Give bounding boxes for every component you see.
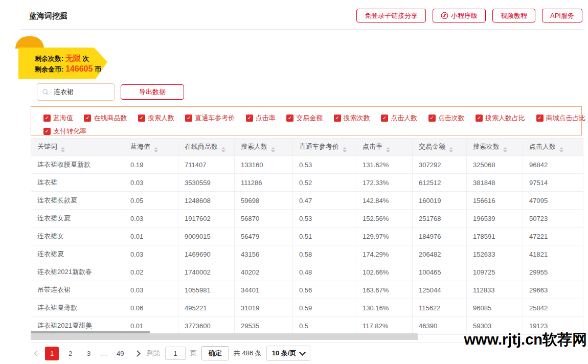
col-header-clickers[interactable]: 点击人数: [523, 139, 577, 156]
filter-item[interactable]: 点击次数: [428, 113, 465, 123]
checkbox-checked-icon[interactable]: [84, 115, 91, 122]
export-data-button[interactable]: 导出数据: [121, 84, 184, 100]
cell: 325068: [467, 156, 523, 174]
checkbox-checked-icon[interactable]: [286, 115, 293, 122]
filter-item[interactable]: 商城点击占比: [536, 113, 586, 123]
table-row: 连衣裙女 0.01 9009015 56479 0.51 129.97% 184…: [31, 228, 583, 245]
checkbox-checked-icon[interactable]: [476, 115, 483, 122]
cell: 47221: [523, 228, 577, 245]
page-size-select[interactable]: 10 条/页: [266, 346, 311, 361]
cell: 0.56: [293, 281, 356, 299]
keyword-search-box[interactable]: [37, 83, 115, 101]
cell: 0.53: [293, 210, 356, 228]
sort-icon[interactable]: [61, 147, 65, 152]
col-header-stub: [577, 139, 583, 156]
metric-filter-panel: 蓝海值 在线商品数 搜索人数 直通车参考价 点击率 交易金额 搜索次数 点击人数…: [31, 106, 582, 135]
col-header-online-products[interactable]: 在线商品数: [178, 139, 235, 156]
filter-item[interactable]: 搜索人数占比: [476, 113, 525, 123]
cell: 152633: [467, 245, 523, 263]
keyword-cell: 连衣裙女夏: [31, 210, 124, 228]
cell: 112833: [467, 281, 523, 299]
filter-item[interactable]: 搜索次数: [334, 113, 370, 123]
filter-item[interactable]: 蓝海值: [43, 113, 73, 123]
page-button-2[interactable]: 2: [63, 347, 77, 360]
cell: 115622: [413, 299, 467, 317]
filter-row-2: 支付转化率: [43, 126, 577, 136]
col-header-click-rate[interactable]: 点击率: [356, 139, 413, 156]
sort-icon[interactable]: [221, 147, 225, 152]
sort-icon[interactable]: [271, 147, 275, 152]
sort-icon[interactable]: [449, 147, 453, 152]
col-header-search-count[interactable]: 搜索次数: [467, 139, 523, 156]
cell: 96842: [523, 156, 577, 174]
col-header-searchers[interactable]: 搜索人数: [235, 139, 293, 156]
horizontal-scrollbar-track[interactable]: [31, 333, 418, 340]
checkbox-checked-icon[interactable]: [185, 115, 192, 122]
page-title: 蓝海词挖掘: [29, 11, 67, 21]
goto-page-input[interactable]: [165, 347, 186, 360]
cell: 117.82%: [356, 317, 413, 335]
col-header-transaction-amount[interactable]: 交易金额: [413, 139, 467, 156]
table-row: 吊带连衣裙 0.03 1055981 34401 0.56 163.67% 12…: [31, 281, 583, 299]
cell: 0.05: [124, 192, 178, 210]
cell: 29663: [523, 281, 577, 299]
cell: 0.19: [124, 156, 178, 174]
cell: 0.03: [124, 210, 178, 228]
cell: 130.16%: [356, 299, 413, 317]
col-header-ztc-price[interactable]: 直通车参考价: [293, 139, 356, 156]
cell: 160019: [413, 192, 467, 210]
stub-cell: [577, 281, 583, 299]
cell: 612512: [413, 174, 467, 192]
checkbox-checked-icon[interactable]: [536, 115, 544, 122]
sort-icon[interactable]: [154, 147, 158, 152]
table-body: 连衣裙收腰夏新款 0.19 711407 133160 0.53 131.62%…: [31, 156, 583, 335]
filter-item[interactable]: 支付转化率: [43, 127, 86, 136]
cell: 196539: [467, 210, 523, 228]
filter-item[interactable]: 点击率: [246, 113, 276, 123]
filter-item[interactable]: 搜索人数: [138, 113, 174, 123]
confirm-button[interactable]: 确定: [201, 346, 229, 360]
prev-page-button[interactable]: [34, 351, 40, 356]
sort-icon[interactable]: [386, 147, 390, 152]
cell: 3773600: [178, 317, 235, 335]
cell: 178591: [467, 228, 523, 245]
cell: 111286: [235, 174, 293, 192]
filter-item[interactable]: 点击人数: [381, 113, 417, 123]
page-ellipsis: ...: [100, 350, 109, 357]
col-header-blue-ocean-value[interactable]: 蓝海值: [124, 139, 178, 156]
sort-icon[interactable]: [503, 147, 507, 152]
page-button-1[interactable]: 1: [45, 347, 59, 360]
checkbox-checked-icon[interactable]: [43, 128, 51, 135]
sort-icon[interactable]: [559, 147, 563, 152]
remaining-times-value: 无限: [65, 54, 81, 62]
checkbox-checked-icon[interactable]: [43, 115, 51, 122]
keyword-search-input[interactable]: [53, 88, 111, 97]
goto-label: 到第: [147, 349, 161, 358]
cell: 0.02: [124, 263, 178, 281]
filter-item[interactable]: 在线商品数: [84, 113, 127, 123]
page-button-49[interactable]: 49: [114, 347, 127, 360]
video-tutorial-button[interactable]: 视频教程: [492, 9, 535, 22]
table-row: 连衣裙2021新款春 0.02 1740002 40202 0.48 102.6…: [31, 263, 583, 281]
cell: 172.33%: [356, 174, 413, 192]
checkbox-checked-icon[interactable]: [138, 115, 145, 122]
miniprogram-button[interactable]: 小程序版: [433, 9, 486, 22]
page-button-3[interactable]: 3: [82, 347, 96, 360]
filter-item[interactable]: 交易金额: [286, 113, 323, 123]
cell: 1740002: [178, 263, 235, 281]
cell: 46390: [413, 317, 467, 335]
share-link-button[interactable]: 免登录子链接分享: [356, 9, 426, 22]
stub-cell: [577, 228, 583, 245]
api-service-button[interactable]: API服务: [542, 9, 582, 22]
next-page-button[interactable]: [132, 351, 143, 356]
cell: 31019: [235, 299, 293, 317]
checkbox-checked-icon[interactable]: [334, 115, 341, 122]
col-header-keyword[interactable]: 关键词: [31, 139, 124, 156]
quota-ribbon: 剩余次数: 无限 次 剩余金币: 146605 币: [18, 48, 107, 79]
cell: 0.47: [293, 192, 356, 210]
checkbox-checked-icon[interactable]: [381, 115, 388, 122]
sort-icon[interactable]: [343, 147, 347, 152]
checkbox-checked-icon[interactable]: [428, 115, 436, 122]
checkbox-checked-icon[interactable]: [246, 115, 253, 122]
filter-item[interactable]: 直通车参考价: [185, 113, 235, 123]
